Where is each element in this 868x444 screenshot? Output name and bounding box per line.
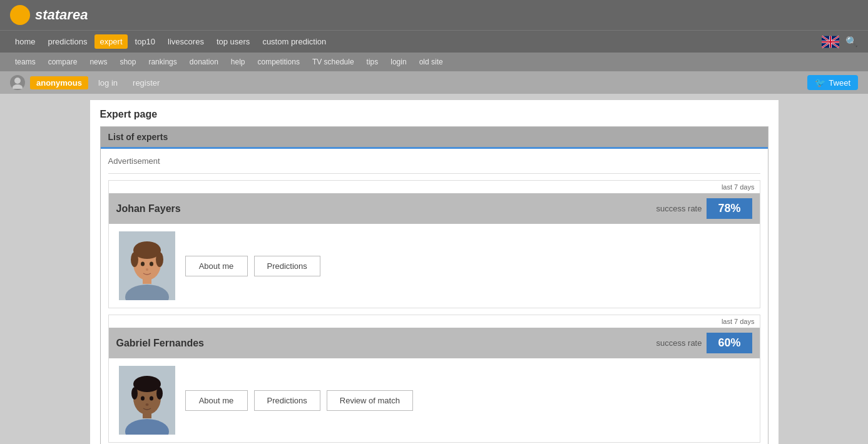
nav-custom-prediction[interactable]: custom prediction [257, 33, 331, 50]
advertisement-divider [108, 173, 760, 174]
experts-panel-body: Advertisement last 7 days Johan Fayers s… [101, 149, 768, 444]
svg-point-16 [131, 252, 138, 267]
expert-2-rate-container: success rate 60% [656, 333, 752, 353]
nav-top10[interactable]: top10 [130, 33, 161, 50]
svg-point-10 [13, 84, 23, 89]
svg-point-9 [14, 78, 21, 84]
subnav-news[interactable]: news [84, 55, 112, 69]
expert-2-rate-label: success rate [656, 338, 702, 348]
subnav-help[interactable]: help [226, 55, 250, 69]
subnav-teams[interactable]: teams [10, 55, 41, 69]
logo-text: statarea [35, 7, 88, 23]
nav-expert[interactable]: expert [94, 34, 127, 49]
expert-2-predictions-button[interactable]: Predictions [254, 390, 320, 411]
expert-2-rate-value: 60% [707, 333, 752, 353]
expert-2-buttons: About me Predictions Review of match [185, 366, 413, 435]
search-icon[interactable]: 🔍 [845, 36, 858, 48]
expert-card-1: last 7 days Johan Fayers success rate 78… [108, 180, 760, 308]
expert-1-buttons: About me Predictions [185, 231, 320, 300]
svg-point-27 [156, 387, 163, 400]
expert-2-photo [119, 366, 175, 435]
page-container: Expert page List of experts Advertisemen… [90, 100, 779, 444]
nav-right: 🔍 [822, 36, 858, 48]
user-bar: anonymous log in register 🐦 Tweet [0, 71, 868, 94]
nav-livescores[interactable]: livescores [163, 33, 209, 50]
expert-1-predictions-button[interactable]: Predictions [254, 256, 320, 276]
svg-point-29 [150, 396, 153, 401]
nav-top-users[interactable]: top users [212, 33, 255, 50]
expert-1-name: Johan Fayers [116, 203, 181, 214]
user-avatar [10, 75, 25, 90]
svg-point-26 [131, 387, 138, 400]
expert-1-rate-container: success rate 78% [656, 198, 752, 219]
svg-point-18 [141, 262, 145, 266]
expert-1-about-me-button[interactable]: About me [185, 256, 248, 276]
svg-point-25 [133, 376, 161, 392]
expert-1-last7: last 7 days [109, 181, 760, 193]
expert-2-body: About me Predictions Review of match [109, 358, 760, 442]
expert-1-rate-value: 78% [707, 198, 752, 219]
subnav-competitions[interactable]: competitions [253, 55, 305, 69]
page-title: Expert page [100, 109, 768, 120]
expert-2-last7: last 7 days [109, 315, 760, 328]
expert-2-review-button[interactable]: Review of match [327, 390, 413, 411]
subnav-tips[interactable]: tips [362, 55, 384, 69]
nav-links: home predictions expert top10 livescores… [10, 33, 331, 50]
subnav-rankings[interactable]: rankings [143, 55, 181, 69]
expert-2-name: Gabriel Fernandes [116, 338, 205, 349]
username-label: anonymous [30, 76, 88, 89]
expert-2-about-me-button[interactable]: About me [185, 390, 248, 411]
subnav-login[interactable]: login [385, 55, 411, 69]
site-header: statarea [0, 0, 868, 30]
nav-bar: home predictions expert top10 livescores… [0, 30, 868, 53]
expert-card-2: last 7 days Gabriel Fernandes success ra… [108, 315, 760, 443]
language-flag[interactable] [822, 36, 839, 48]
tweet-button[interactable]: 🐦 Tweet [807, 75, 858, 90]
expert-1-body: About me Predictions [109, 224, 760, 308]
subnav-donation[interactable]: donation [185, 55, 223, 69]
subnav-old-site[interactable]: old site [414, 55, 448, 69]
twitter-icon: 🐦 [815, 78, 825, 88]
main-content: Expert page List of experts Advertisemen… [0, 94, 868, 444]
nav-predictions[interactable]: predictions [43, 33, 93, 50]
svg-point-17 [156, 252, 163, 267]
logo-circle [10, 5, 30, 25]
expert-1-header: Johan Fayers success rate 78% [109, 193, 760, 224]
register-link[interactable]: register [128, 76, 165, 89]
expert-1-photo [119, 231, 175, 300]
svg-point-20 [146, 268, 148, 271]
log-in-link[interactable]: log in [93, 76, 123, 89]
experts-panel-header: List of experts [101, 127, 768, 149]
nav-home[interactable]: home [10, 33, 41, 50]
svg-point-28 [141, 396, 145, 401]
svg-point-19 [150, 262, 153, 266]
advertisement-label: Advertisement [108, 154, 760, 168]
subnav-shop[interactable]: shop [115, 55, 141, 69]
experts-panel: List of experts Advertisement last 7 day… [100, 126, 768, 444]
sub-nav: teams compare news shop rankings donatio… [0, 53, 868, 71]
subnav-tv-schedule[interactable]: TV schedule [307, 55, 359, 69]
expert-1-rate-label: success rate [656, 204, 702, 213]
expert-2-header: Gabriel Fernandes success rate 60% [109, 328, 760, 358]
svg-point-30 [145, 403, 148, 406]
subnav-compare[interactable]: compare [43, 55, 83, 69]
